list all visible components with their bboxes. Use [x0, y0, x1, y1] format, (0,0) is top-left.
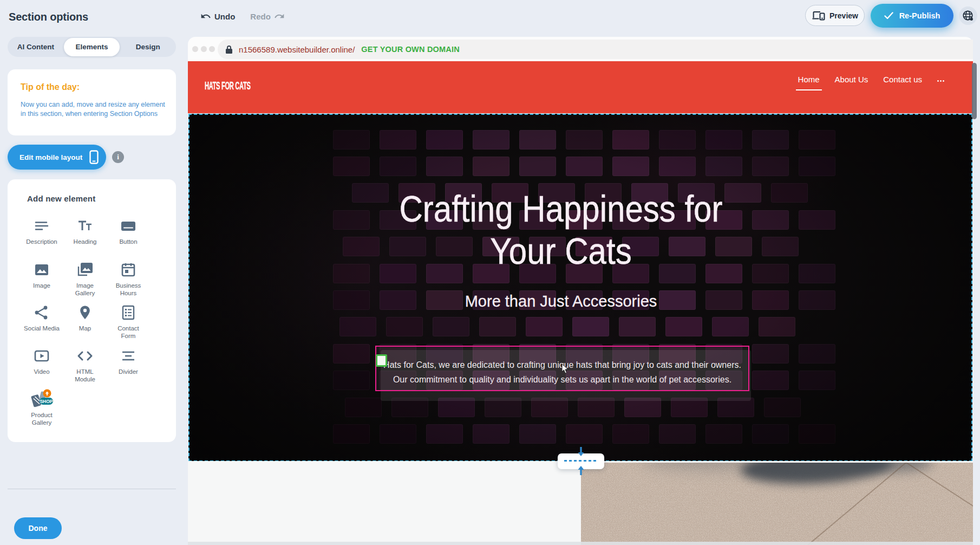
republish-button[interactable]: Re-Publish	[871, 4, 953, 28]
mouse-cursor	[561, 364, 569, 374]
check-icon	[884, 12, 893, 20]
republish-label: Re-Publish	[899, 11, 940, 20]
redo-icon	[274, 11, 285, 22]
get-domain-link[interactable]: GET YOUR OWN DOMAIN	[361, 45, 460, 54]
business-hours-icon	[120, 262, 136, 278]
element-label: Map	[79, 325, 91, 333]
social-media-icon	[34, 304, 50, 321]
site-bottom-strip	[188, 542, 973, 545]
arrow-up-icon	[577, 462, 585, 476]
svg-text:SHOP: SHOP	[40, 399, 53, 404]
sidebar-tabs: AI ContentElementsDesign	[8, 37, 176, 57]
edit-mobile-layout-label: Edit mobile layout	[19, 153, 82, 161]
site-header: HATS FOR CATS HomeAbout UsContact us	[188, 61, 973, 113]
element-label: Description	[26, 238, 57, 246]
info-button[interactable]: i	[112, 151, 124, 163]
sidebar-divider	[8, 489, 176, 489]
add-element-card: Add new element DescriptionHeadingButton…	[8, 179, 176, 442]
phone-icon	[89, 150, 99, 164]
site-preview-window: n1566589.websitebuilder.online/ GET YOUR…	[188, 37, 973, 545]
element-label: Image	[33, 282, 50, 290]
page-title: Section options	[9, 11, 88, 23]
url-text[interactable]: n1566589.websitebuilder.online/	[239, 45, 355, 54]
redo-button[interactable]: Redo	[250, 11, 285, 22]
html-module-icon	[76, 348, 94, 364]
description-icon	[34, 218, 50, 234]
heading-icon	[77, 218, 93, 234]
nav-contact-us[interactable]: Contact us	[883, 75, 922, 90]
element-heading[interactable]: Heading	[63, 218, 107, 246]
globe-button[interactable]	[959, 7, 977, 25]
element-contact-form[interactable]: Contact Form	[107, 304, 150, 340]
add-element-title: Add new element	[27, 194, 95, 203]
tip-body: Now you can add, move and resize any ele…	[21, 100, 170, 118]
window-dot-1	[192, 46, 198, 52]
tab-ai-content[interactable]: AI Content	[8, 37, 64, 57]
tab-elements[interactable]: Elements	[64, 38, 120, 56]
element-label: Contact Form	[110, 325, 147, 340]
element-video[interactable]: Video	[20, 348, 63, 376]
browser-chrome: n1566589.websitebuilder.online/ GET YOUR…	[188, 37, 973, 61]
element-label: Divider	[119, 368, 138, 376]
undo-button[interactable]: Undo	[200, 11, 235, 22]
element-label: Social Media	[24, 325, 60, 333]
element-label: HTML Module	[67, 368, 103, 383]
hero-subheading[interactable]: More than Just Accessories	[190, 293, 932, 310]
element-label: Button	[119, 238, 137, 246]
video-icon	[34, 348, 50, 364]
nav-about-us[interactable]: About Us	[835, 75, 868, 90]
element-label: Product Gallery	[23, 412, 60, 426]
lock-icon	[225, 45, 233, 54]
element-button[interactable]: Button	[107, 218, 150, 246]
element-image-gallery[interactable]: Image Gallery	[63, 262, 107, 297]
map-icon	[77, 304, 93, 321]
redo-label: Redo	[250, 12, 271, 21]
undo-redo-group: Undo Redo	[200, 10, 285, 22]
element-label: Heading	[74, 238, 97, 246]
element-drag-handle[interactable]	[376, 354, 387, 367]
element-label: Business Hours	[110, 282, 147, 297]
preview-button[interactable]: Preview	[805, 5, 865, 26]
hero-heading[interactable]: Crafting Happiness forYour Cats	[190, 188, 932, 272]
contact-form-icon	[120, 304, 136, 321]
divider-icon	[120, 348, 136, 364]
done-label: Done	[29, 524, 48, 533]
hero-section-selected[interactable]: Crafting Happiness forYour Cats More tha…	[188, 114, 972, 462]
element-business-hours[interactable]: Business Hours	[107, 262, 150, 297]
scrollbar-thumb[interactable]	[972, 63, 977, 119]
window-dot-3	[209, 46, 215, 52]
product-gallery-icon: SHOP	[29, 391, 54, 407]
arrow-down-icon	[577, 446, 585, 460]
resize-dash-line	[564, 460, 598, 462]
devices-icon	[812, 10, 825, 21]
element-html-module[interactable]: HTML Module	[63, 348, 107, 383]
element-map[interactable]: Map	[63, 304, 107, 333]
tip-card: Tip of the day: Now you can add, move an…	[8, 69, 176, 135]
element-description[interactable]: Description	[20, 218, 63, 246]
element-product-gallery[interactable]: SHOPProduct Gallery	[20, 391, 63, 426]
pavement-photo	[581, 463, 973, 545]
element-image[interactable]: Image	[20, 262, 63, 290]
section-resize-handle[interactable]	[558, 453, 604, 469]
hero-vignette	[190, 115, 971, 460]
element-label: Video	[34, 368, 49, 376]
preview-label: Preview	[829, 11, 858, 20]
more-dots-icon	[937, 80, 944, 82]
site-nav: HomeAbout UsContact us	[783, 75, 944, 90]
element-label: Image Gallery	[67, 282, 103, 297]
section-options-editor: Section options Undo Redo Preview Re-Pub…	[0, 0, 980, 545]
done-button[interactable]: Done	[14, 517, 62, 539]
image-gallery-icon	[76, 262, 94, 278]
nav-home[interactable]: Home	[798, 75, 820, 90]
address-bar: n1566589.websitebuilder.online/ GET YOUR…	[218, 40, 973, 59]
element-social-media[interactable]: Social Media	[20, 304, 63, 333]
window-dot-2	[201, 46, 207, 52]
info-icon: i	[117, 153, 119, 161]
undo-label: Undo	[214, 12, 235, 21]
site-logo[interactable]: HATS FOR CATS	[205, 79, 250, 92]
edit-mobile-layout-button[interactable]: Edit mobile layout	[8, 145, 106, 170]
element-divider[interactable]: Divider	[107, 348, 150, 376]
tab-design[interactable]: Design	[120, 37, 176, 57]
nav-more[interactable]	[937, 75, 944, 89]
site-body: HATS FOR CATS HomeAbout UsContact us Cra…	[188, 61, 973, 545]
